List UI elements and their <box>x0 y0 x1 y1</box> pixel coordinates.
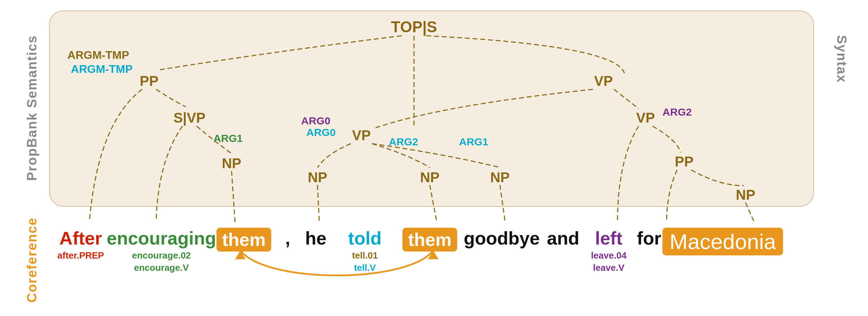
word-for: for <box>632 224 667 249</box>
word-goodbye: goodbye <box>463 224 540 249</box>
word-them2: them <box>396 224 463 252</box>
coreference-label: Coreference <box>25 217 40 303</box>
word-and: and <box>540 224 586 249</box>
word-after: After after.PREP <box>49 224 112 261</box>
word-left: left leave.04 leave.V <box>586 224 632 273</box>
word-comma: , <box>277 224 298 249</box>
word-he: he <box>298 224 333 249</box>
word-them1: them <box>211 224 277 252</box>
word-told: told tell.01 tell.V <box>333 224 396 273</box>
syntax-box <box>49 11 814 207</box>
propbank-label: PropBank Semantics <box>25 35 40 181</box>
word-macedonia: Macedonia <box>667 224 779 255</box>
main-container: PropBank Semantics Coreference Syntax .t… <box>21 7 849 308</box>
syntax-label: Syntax <box>834 35 849 83</box>
word-row: After after.PREP encouraging encourage.0… <box>49 224 814 273</box>
word-encouraging: encouraging encourage.02 encourage.V <box>112 224 211 273</box>
